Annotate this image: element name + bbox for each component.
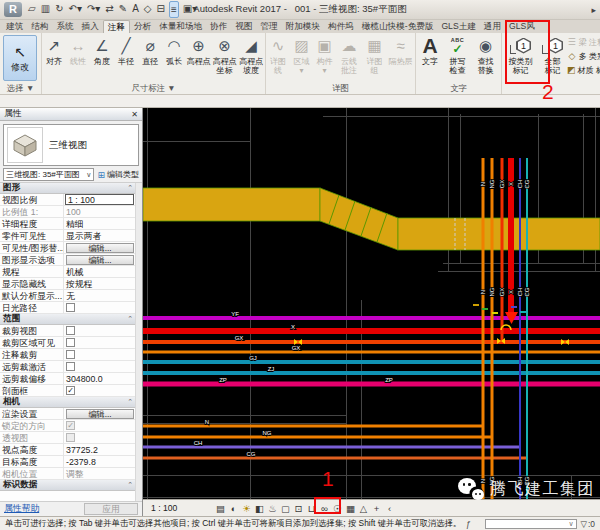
reveal-hidden-elements-icon[interactable]: ☉ xyxy=(332,502,343,515)
properties-help-link[interactable]: 属性帮助 xyxy=(4,503,39,515)
pipe-horizontal[interactable] xyxy=(143,425,484,428)
pipe-horizontal[interactable] xyxy=(143,340,600,344)
pipe-tag[interactable]: NG xyxy=(263,430,272,436)
sync-icon[interactable]: ↻ xyxy=(54,1,64,18)
pipe-tag[interactable]: X xyxy=(291,324,295,330)
pipe-tag[interactable]: X xyxy=(508,182,514,186)
pipe-tag[interactable]: NG xyxy=(489,179,495,188)
pipe-tag[interactable]: CG xyxy=(524,179,530,188)
pipe-horizontal[interactable] xyxy=(143,382,600,387)
design-options-box[interactable]: ∨ xyxy=(485,519,577,529)
tab-协作[interactable]: 协作 xyxy=(206,20,231,33)
dimension-panel-label[interactable]: 尺寸标注 ▼ xyxy=(42,82,265,94)
tab-插入[interactable]: 插入 xyxy=(78,20,103,33)
pipe-riser[interactable] xyxy=(519,158,521,499)
aligned-dimension-button[interactable]: ↗对齐 xyxy=(42,34,66,82)
crop-view-icon[interactable]: ▢ xyxy=(280,502,291,515)
tab-附加模块[interactable]: 附加模块 xyxy=(282,20,324,33)
section-header-范围[interactable]: 范围⌃ xyxy=(0,314,142,325)
unlock-3d-view-icon[interactable]: ⊔ xyxy=(306,502,317,515)
tab-橄榄山快模-免费版[interactable]: 橄榄山快模-免费版 xyxy=(358,20,438,33)
view-scale-button[interactable]: 1 : 100 xyxy=(151,503,187,513)
thin-lines-icon[interactable]: ≡ xyxy=(169,1,179,18)
title-overflow-arrow[interactable]: ▸ xyxy=(591,5,596,15)
apply-button[interactable]: 应用 xyxy=(84,503,138,515)
spot-elevation-button[interactable]: ⊕高程点 xyxy=(186,34,211,82)
pipe-riser[interactable] xyxy=(482,158,485,499)
pipe-tag[interactable]: ZP xyxy=(219,377,227,383)
property-value[interactable]: 调整 xyxy=(64,468,135,480)
show-analytical-model-icon[interactable]: △ xyxy=(358,502,369,515)
tag-all-button[interactable]: 1全部标记 xyxy=(539,34,566,75)
section-icon[interactable]: ⊟ xyxy=(156,1,166,18)
property-value[interactable]: 无 xyxy=(64,290,135,302)
pipe-horizontal[interactable] xyxy=(143,457,528,460)
revit-app-menu-button[interactable]: R xyxy=(4,2,22,17)
render-dialog-icon[interactable]: ♨ xyxy=(267,502,278,515)
pipe-horizontal[interactable] xyxy=(143,328,600,334)
tab-视图[interactable]: 视图 xyxy=(231,20,256,33)
visual-style-icon[interactable]: ◐ xyxy=(228,502,239,515)
pipe-tag[interactable]: YF xyxy=(231,311,239,317)
tab-体量和场地[interactable]: 体量和场地 xyxy=(155,20,206,33)
redo-icon[interactable]: ↷▾ xyxy=(86,1,101,18)
type-dropdown[interactable]: 三维视图: 35#平面图 ∨ xyxy=(3,168,94,181)
modify-button[interactable]: ↖ 修改 xyxy=(3,35,37,81)
duct-segment[interactable] xyxy=(143,188,320,221)
pipe-horizontal[interactable] xyxy=(143,316,600,320)
pipe-horizontal[interactable] xyxy=(143,371,600,375)
transfer-icon[interactable]: ⇄ xyxy=(104,1,114,18)
radial-dimension-button[interactable]: ╱半径 xyxy=(114,34,138,82)
property-value[interactable]: 按规程 xyxy=(64,278,135,290)
checkbox[interactable]: ✓ xyxy=(66,386,75,395)
checkbox[interactable] xyxy=(66,338,75,347)
edit-button[interactable]: 编辑... xyxy=(66,243,134,253)
pipe-tag[interactable]: ZP xyxy=(385,377,393,383)
temporary-view-properties-icon[interactable]: ▦ xyxy=(345,502,356,515)
edit-button[interactable]: 编辑... xyxy=(66,409,134,419)
collapse-icon[interactable]: ‹ xyxy=(384,502,395,515)
selection-filter[interactable]: ▽:0 xyxy=(581,519,595,529)
pipe-tag[interactable]: GX xyxy=(235,335,244,341)
pipe-horizontal[interactable] xyxy=(143,351,600,354)
pipe-tag[interactable]: N xyxy=(480,290,486,294)
find-replace-button[interactable]: ◉查找替换 xyxy=(471,34,500,82)
pipe-tag[interactable]: GJ xyxy=(249,355,257,361)
highlight-displacement-icon[interactable]: + xyxy=(371,502,382,515)
switch-windows-icon[interactable]: ▣▾ xyxy=(182,1,198,18)
pipe-tag[interactable]: CH xyxy=(194,440,203,446)
duct-segment[interactable] xyxy=(398,218,600,250)
save-icon[interactable]: ▥ xyxy=(40,1,51,18)
pipe-riser[interactable] xyxy=(491,158,494,499)
text-icon[interactable]: A xyxy=(131,1,140,18)
property-value[interactable]: 精细 xyxy=(64,218,135,230)
default-3d-view-icon[interactable]: ◇ xyxy=(143,1,153,18)
angular-dimension-button[interactable]: ∠角度 xyxy=(90,34,114,82)
tab-通用[interactable]: 通用 xyxy=(480,20,505,33)
material-tag-button[interactable]: ◩材质 标记 xyxy=(567,64,600,76)
property-value[interactable]: 37725.2 xyxy=(64,444,135,456)
tab-分析[interactable]: 分析 xyxy=(130,20,155,33)
property-value[interactable]: 100 xyxy=(64,206,135,218)
spot-coordinate-button[interactable]: ⊗高程点坐标 xyxy=(211,34,238,82)
type-selector[interactable]: 三维视图 xyxy=(3,124,139,166)
temporary-hide-isolate-icon[interactable]: ∞ xyxy=(319,502,330,515)
diameter-dimension-button[interactable]: ⌀直径 xyxy=(138,34,162,82)
spell-check-button[interactable]: ABC✓拼写检查 xyxy=(444,34,471,82)
text-button[interactable]: A文字 xyxy=(416,34,444,82)
pipe-horizontal[interactable] xyxy=(143,436,493,439)
pipe-tag[interactable]: GX xyxy=(499,180,505,189)
edit-button[interactable]: 编辑... xyxy=(66,255,134,265)
duct-transition[interactable] xyxy=(320,188,398,250)
property-value[interactable]: -2379.8 xyxy=(64,456,135,468)
pipe-tag[interactable]: CH xyxy=(517,180,523,189)
tab-GLS土建[interactable]: GLS土建 xyxy=(437,20,479,33)
drawing-area[interactable]: YFXGXGXGJZJZPZPNNGCHCGNNGGXXCHCGNNGGXXCH… xyxy=(143,108,600,516)
multi-category-tag-button[interactable]: ◇多 类别 xyxy=(567,50,600,62)
pipe-tag[interactable]: CH xyxy=(517,288,523,297)
pipe-tag[interactable]: GX xyxy=(292,345,301,351)
section-header-相机[interactable]: 相机⌃ xyxy=(0,397,142,408)
pipe-tag[interactable]: GX xyxy=(499,288,505,297)
tab-管理[interactable]: 管理 xyxy=(256,20,281,33)
section-header-标识数据[interactable]: 标识数据⌃ xyxy=(0,480,142,491)
